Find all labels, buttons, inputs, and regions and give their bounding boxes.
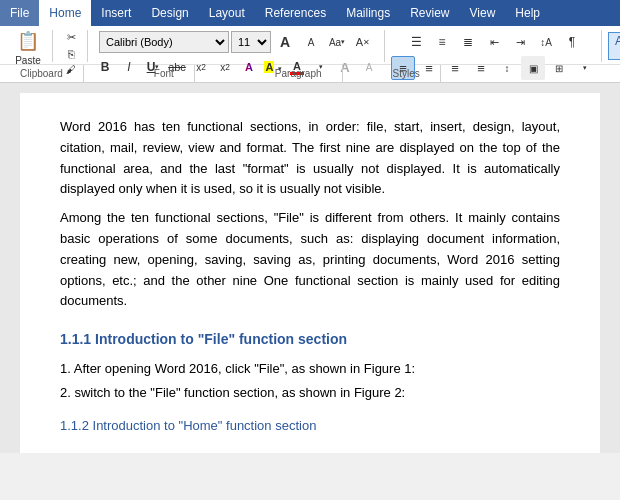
bullets-button[interactable]: ☰ — [404, 30, 428, 54]
menu-design[interactable]: Design — [141, 0, 198, 26]
menu-home[interactable]: Home — [39, 0, 91, 26]
clipboard-label: Clipboard — [0, 65, 84, 82]
cut-button[interactable]: ✂ — [59, 30, 83, 45]
paragraph-1: Word 2016 has ten functional sections, i… — [60, 117, 560, 200]
ribbon: 📋 Paste ✂ ⎘ 🖌 Calibri (Body) 11 A A Aa▾ … — [0, 26, 620, 83]
borders-button[interactable]: ⊞ — [547, 56, 571, 80]
sort-button[interactable]: ↕A — [534, 30, 558, 54]
show-hide-button[interactable]: ¶ — [560, 30, 584, 54]
paste-button[interactable]: 📋 — [12, 27, 44, 55]
toolbar-row1: 📋 Paste ✂ ⎘ 🖌 Calibri (Body) 11 A A Aa▾ … — [0, 28, 620, 64]
line-spacing-button[interactable]: ↕ — [495, 56, 519, 80]
change-case-button[interactable]: Aa▾ — [325, 30, 349, 54]
shading-button[interactable]: ▣ — [521, 56, 545, 80]
styles-label: Styles — [343, 65, 441, 82]
shrink-font-button[interactable]: A — [299, 30, 323, 54]
menu-file[interactable]: File — [0, 0, 39, 26]
copy-button[interactable]: ⎘ — [59, 47, 83, 61]
document-page: Word 2016 has ten functional sections, i… — [20, 93, 600, 453]
menu-view[interactable]: View — [460, 0, 506, 26]
font-family-select[interactable]: Calibri (Body) — [99, 31, 229, 53]
increase-indent-button[interactable]: ⇥ — [508, 30, 532, 54]
grow-font-button[interactable]: A — [273, 30, 297, 54]
styles-group: AaBbCcDc ¶ Normal AaBbCcDc No Spac... Aa… — [604, 30, 620, 62]
menu-review[interactable]: Review — [400, 0, 459, 26]
menu-help[interactable]: Help — [505, 0, 550, 26]
list-item-2: 2. switch to the "File" function section… — [60, 383, 560, 404]
heading-1: 1.1.1 Introduction to "File" function se… — [60, 328, 560, 350]
menu-insert[interactable]: Insert — [91, 0, 141, 26]
decrease-indent-button[interactable]: ⇤ — [482, 30, 506, 54]
list-item-1: 1. After opening Word 2016, click "File"… — [60, 359, 560, 380]
paste-label: Paste — [15, 55, 41, 66]
clear-formatting-button[interactable]: A✕ — [351, 30, 375, 54]
style-normal-button[interactable]: AaBbCcDc ¶ Normal — [608, 32, 620, 60]
numbering-button[interactable]: ≡ — [430, 30, 454, 54]
paragraph-2: Among the ten functional sections, "File… — [60, 208, 560, 312]
clipboard-sub-group: ✂ ⎘ 🖌 — [55, 30, 88, 62]
align-right-button[interactable]: ≡ — [443, 56, 467, 80]
multilevel-list-button[interactable]: ≣ — [456, 30, 480, 54]
underline-button[interactable]: U ▾ — [142, 56, 164, 78]
font-selector-group: Calibri (Body) 11 A A Aa▾ A✕ B I U ▾ abc… — [90, 30, 385, 62]
font-label: Font — [84, 65, 195, 82]
clipboard-group: 📋 Paste — [4, 30, 53, 62]
justify-button[interactable]: ≡ — [469, 56, 493, 80]
menu-mailings[interactable]: Mailings — [336, 0, 400, 26]
borders-dropdown-button[interactable]: ▾ — [573, 56, 597, 80]
paragraph-group: ☰ ≡ ≣ ⇤ ⇥ ↕A ¶ ≡ ≡ ≡ ≡ ↕ ▣ ⊞ ▾ — [387, 30, 602, 62]
menu-references[interactable]: References — [255, 0, 336, 26]
paragraph-label: Paragraph — [195, 65, 343, 82]
heading-2: 1.1.2 Introduction to "Home" function se… — [60, 416, 560, 437]
normal-style-text: AaBbCcDc — [615, 34, 620, 48]
document-area: Word 2016 has ten functional sections, i… — [0, 83, 620, 453]
font-size-select[interactable]: 11 — [231, 31, 271, 53]
menu-layout[interactable]: Layout — [199, 0, 255, 26]
menu-bar: File Home Insert Design Layout Reference… — [0, 0, 620, 26]
